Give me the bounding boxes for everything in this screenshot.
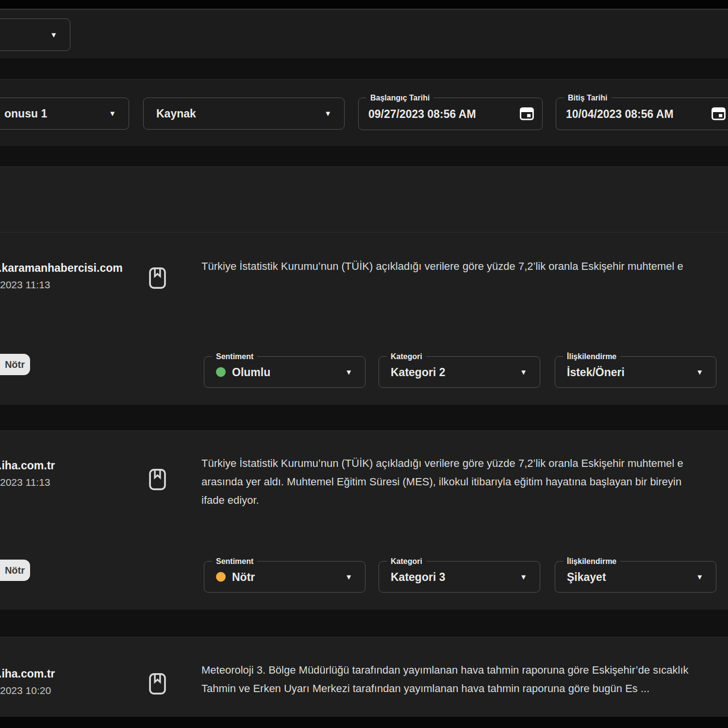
- chevron-down-icon: ▼: [696, 368, 703, 376]
- category-label: Kategori: [387, 352, 426, 362]
- bottom-bar: [0, 717, 728, 728]
- association-select[interactable]: İlişkilendirme İstek/Öneri ▼: [555, 356, 716, 388]
- sentiment-label: Sentiment: [212, 352, 257, 362]
- end-date-label: Bitiş Tarihi: [564, 93, 612, 103]
- end-date-value: 10/04/2023 08:56 AM: [566, 107, 674, 120]
- sentiment-text: Nötr: [232, 570, 255, 583]
- filters-panel: onusu 1 ▼ Kaynak ▼ Başlangıç Tarihi 09/2…: [0, 79, 728, 146]
- sentiment-value: Olumlu: [216, 365, 270, 379]
- source-select-value: Kaynak: [156, 107, 196, 120]
- content-line: Tahmin ve Erken Uyarı Merkezi tarafından…: [201, 679, 728, 698]
- status-badge-label: Nötr: [5, 565, 25, 576]
- sentiment-value: Nötr: [216, 570, 255, 583]
- sentiment-dot-icon: [216, 572, 226, 582]
- association-select[interactable]: İlişkilendirme Şikayet ▼: [555, 561, 716, 593]
- bookmark-icon[interactable]: [149, 266, 166, 292]
- association-value: İstek/Öneri: [567, 365, 625, 379]
- content-line: arasında yer aldı. Muhtemel Eğitim Süres…: [201, 473, 728, 491]
- sentiment-text: Olumlu: [232, 365, 270, 379]
- start-date-label: Başlangıç Tarihi: [366, 93, 433, 103]
- end-date-field[interactable]: Bitiş Tarihi 10/04/2023 08:56 AM: [556, 98, 728, 130]
- item-content: Meteoroloji 3. Bölge Müdürlüğü tarafında…: [201, 661, 728, 698]
- item-source: .iha.com.tr: [0, 667, 55, 680]
- topic-select[interactable]: onusu 1 ▼: [0, 98, 129, 130]
- bookmark-icon[interactable]: [149, 468, 166, 493]
- chevron-down-icon: ▼: [696, 573, 703, 580]
- chevron-down-icon: ▼: [520, 573, 527, 580]
- header-panel: ▼: [0, 10, 728, 58]
- item-datetime: 2023 11:13: [0, 477, 50, 488]
- result-item: .iha.com.tr 2023 11:13 Türkiye İstatisti…: [0, 430, 728, 610]
- status-badge: Nötr: [0, 560, 30, 581]
- result-item: .karamanhabercisi.com 2023 11:13 Türkiye…: [0, 232, 728, 405]
- chevron-down-icon: ▼: [50, 31, 57, 38]
- category-select[interactable]: Kategori Kategori 3 ▼: [379, 561, 540, 593]
- chevron-down-icon: ▼: [345, 368, 352, 376]
- status-badge-label: Nötr: [5, 359, 25, 370]
- sentiment-select[interactable]: Sentiment Nötr ▼: [204, 561, 365, 593]
- category-label: Kategori: [387, 557, 426, 566]
- content-line: Türkiye İstatistik Kurumu’nun (TÜİK) açı…: [201, 257, 728, 276]
- item-source: .karamanhabercisi.com: [0, 262, 123, 275]
- chevron-down-icon: ▼: [324, 110, 331, 117]
- item-datetime: 2023 11:13: [0, 279, 50, 291]
- item-content: Türkiye İstatistik Kurumu’nun (TÜİK) açı…: [201, 454, 728, 510]
- source-select[interactable]: Kaynak ▼: [143, 98, 345, 130]
- chevron-down-icon: ▼: [345, 573, 352, 580]
- result-item: .iha.com.tr 2023 10:20 Meteoroloji 3. Bö…: [0, 637, 728, 717]
- start-date-field[interactable]: Başlangıç Tarihi 09/27/2023 08:56 AM: [358, 98, 543, 130]
- topic-select-value: onusu 1: [4, 107, 47, 120]
- results-header: [0, 166, 728, 233]
- start-date-value: 09/27/2023 08:56 AM: [368, 107, 476, 120]
- category-value: Kategori 2: [391, 365, 445, 379]
- content-line: Türkiye İstatistik Kurumu’nun (TÜİK) açı…: [201, 454, 728, 473]
- association-value: Şikayet: [567, 570, 606, 583]
- content-line: Meteoroloji 3. Bölge Müdürlüğü tarafında…: [201, 661, 728, 679]
- top-bar: [0, 0, 728, 10]
- calendar-icon[interactable]: [519, 105, 534, 122]
- item-datetime: 2023 10:20: [0, 685, 51, 696]
- chevron-down-icon: ▼: [520, 368, 527, 376]
- calendar-icon[interactable]: [711, 105, 726, 122]
- association-label: İlişkilendirme: [563, 352, 620, 362]
- status-badge: Nötr: [0, 354, 30, 375]
- bookmark-icon[interactable]: [149, 672, 166, 697]
- content-line: ifade ediyor.: [201, 491, 728, 510]
- item-content: Türkiye İstatistik Kurumu’nun (TÜİK) açı…: [201, 257, 728, 276]
- category-select[interactable]: Kategori Kategori 2 ▼: [379, 356, 540, 388]
- sentiment-select[interactable]: Sentiment Olumlu ▼: [204, 356, 365, 388]
- item-source: .iha.com.tr: [0, 459, 55, 472]
- page: ▼ onusu 1 ▼ Kaynak ▼ Başlangıç Tarihi 09…: [0, 0, 728, 728]
- header-select[interactable]: ▼: [0, 18, 70, 51]
- sentiment-dot-icon: [216, 367, 226, 377]
- chevron-down-icon: ▼: [109, 110, 116, 117]
- association-label: İlişkilendirme: [563, 557, 620, 566]
- category-value: Kategori 3: [391, 570, 445, 583]
- sentiment-label: Sentiment: [212, 557, 257, 566]
